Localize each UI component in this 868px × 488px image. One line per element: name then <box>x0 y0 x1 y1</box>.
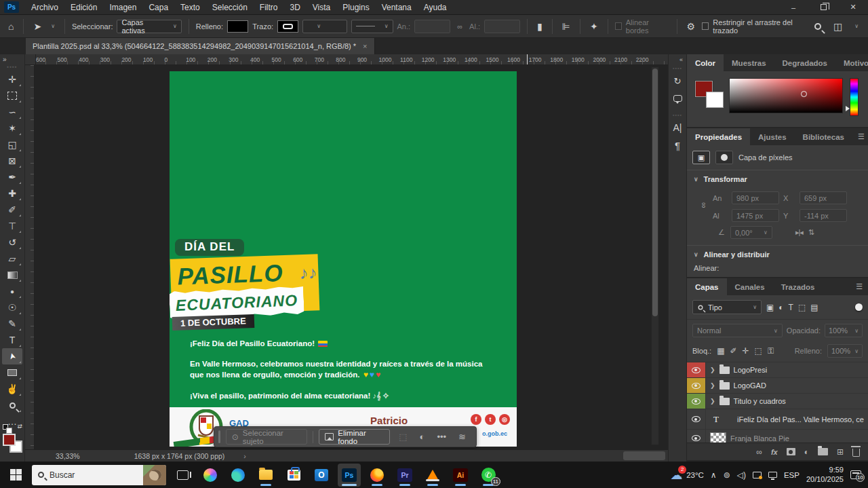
stroke-width-dropdown[interactable]: ∨ <box>302 20 347 33</box>
lock-transparency-icon[interactable]: ▦ <box>717 346 724 356</box>
character-panel-icon[interactable]: A| <box>670 120 685 135</box>
canvas-vertical-scrollbar[interactable] <box>651 67 659 445</box>
lasso-tool[interactable]: ∽ <box>2 104 22 120</box>
whatsapp-taskbar-icon[interactable]: ✆11 <box>477 464 500 487</box>
frame-tool[interactable]: ⊠ <box>2 153 22 169</box>
menu-imagen[interactable]: Imagen <box>103 3 142 12</box>
blend-mode-dropdown[interactable]: Normal ∨ <box>692 324 783 337</box>
photoshop-taskbar-icon[interactable]: Ps <box>338 464 361 487</box>
canvas-area[interactable]: DÍA DEL PASILLO ♪♪ ECUATORIANO 1 DE OCTU… <box>25 65 668 449</box>
layers-tab-capas[interactable]: Capas <box>687 278 727 295</box>
menu-archivo[interactable]: Archivo <box>25 3 64 12</box>
document-info[interactable]: 1638 px x 1764 px (300 ppp) <box>134 452 225 460</box>
move-tool[interactable]: ✛ <box>2 71 22 88</box>
fill-dropdown[interactable]: 100% ∨ <box>827 344 863 358</box>
horizontal-scrollbar-thumb[interactable] <box>623 451 665 460</box>
visibility-toggle[interactable] <box>687 430 706 443</box>
path-operations-icon[interactable]: ▮ <box>534 21 545 32</box>
color-picker-cursor[interactable] <box>801 91 807 97</box>
expand-panels-icon[interactable]: « <box>679 56 686 63</box>
add-mask-icon[interactable] <box>787 448 795 455</box>
blur-tool[interactable]: ● <box>2 283 22 299</box>
firefox-taskbar-icon[interactable] <box>366 464 389 487</box>
layers-tab-trazados[interactable]: Trazados <box>773 278 823 295</box>
document-canvas[interactable]: DÍA DEL PASILLO ♪♪ ECUATORIANO 1 DE OCTU… <box>170 71 517 447</box>
filter-shape-icon[interactable]: ⬚ <box>798 303 806 312</box>
update-icon[interactable]: ⊚ <box>724 470 730 480</box>
filter-toggle[interactable] <box>855 303 863 311</box>
dodge-tool[interactable]: ☉ <box>2 299 22 316</box>
opacity-dropdown[interactable]: 100% ∨ <box>825 324 863 337</box>
lock-paint-icon[interactable]: ✐ <box>730 346 736 356</box>
layer-style-icon[interactable]: fx <box>771 448 778 456</box>
props-panel-menu-icon[interactable]: ☰ <box>852 128 868 145</box>
premiere-taskbar-icon[interactable]: Pr <box>393 464 416 487</box>
delete-layer-icon[interactable] <box>852 449 860 457</box>
paragraph-panel-icon[interactable]: ¶ <box>670 138 685 153</box>
mask-properties-icon[interactable] <box>715 151 733 164</box>
filter-type-icon[interactable]: T <box>789 303 793 312</box>
minimize-button[interactable]: – <box>778 0 808 14</box>
illustrator-taskbar-icon[interactable]: Ai <box>449 464 472 487</box>
color-tab-color[interactable]: Color <box>687 54 724 71</box>
menu-3d[interactable]: 3D <box>283 3 306 12</box>
healing-brush-tool[interactable]: ✚ <box>2 185 22 202</box>
visibility-toggle[interactable] <box>687 394 706 409</box>
lock-artboard-icon[interactable]: ⬚ <box>755 346 762 356</box>
document-tab[interactable]: Plantilla 2025.psd al 33,3% (504664122_5… <box>26 38 375 54</box>
default-colors-icon[interactable] <box>3 424 8 430</box>
zoom-level[interactable]: 33,33% <box>56 452 80 460</box>
status-arrow-icon[interactable]: › <box>243 452 246 460</box>
filter-pixel-icon[interactable]: ▣ <box>766 303 774 312</box>
path-selection-tool[interactable]: ➤ <box>2 348 22 364</box>
explorer-taskbar-icon[interactable] <box>254 464 277 487</box>
remove-background-button[interactable]: Eliminar fondo <box>319 429 390 445</box>
constrain-path-checkbox[interactable] <box>702 22 709 30</box>
toolbar-expand-icon[interactable]: » <box>0 56 7 63</box>
search-icon[interactable] <box>814 23 821 30</box>
stroke-type-dropdown[interactable]: ∨ <box>351 20 393 33</box>
tool-preset-caret[interactable]: ∨ <box>48 23 58 29</box>
path-arrangement-icon[interactable]: ✦ <box>587 21 601 32</box>
props-tab-propiedades[interactable]: Propiedades <box>687 128 750 145</box>
start-button[interactable] <box>4 464 27 486</box>
history-panel-icon[interactable]: ↻ <box>670 73 685 88</box>
task-view-taskbar-icon[interactable] <box>171 464 194 487</box>
menu-ayuda[interactable]: Ayuda <box>418 3 453 12</box>
notification-center-icon[interactable]: 10 <box>850 470 861 479</box>
hand-tool[interactable]: ✌ <box>2 381 22 397</box>
more-options-icon[interactable]: ••• <box>433 432 450 442</box>
brush-tool[interactable]: ✐ <box>2 202 22 218</box>
menu-ventana[interactable]: Ventana <box>376 3 418 12</box>
layer-row-logopresi[interactable]: ❯ LogoPresi <box>687 362 868 378</box>
taskbar-grip-handle[interactable] <box>218 430 220 443</box>
visibility-toggle[interactable] <box>687 378 706 393</box>
workspace-icon[interactable]: ◫ <box>831 21 845 32</box>
close-button[interactable]: ✕ <box>838 0 868 14</box>
vlc-taskbar-icon[interactable] <box>421 464 444 487</box>
flip-horizontal-icon[interactable]: ▸|◂ <box>795 228 803 237</box>
stroke-swatch[interactable] <box>277 20 298 33</box>
menu-texto[interactable]: Texto <box>174 3 206 12</box>
props-tab-bibliotecas[interactable]: Bibliotecas <box>795 128 852 145</box>
align-section-header[interactable]: ∨ Alinear y distribuir <box>694 250 861 259</box>
new-layer-icon[interactable]: ⊞ <box>837 447 844 457</box>
workspace-caret[interactable]: ∨ <box>854 23 859 29</box>
foreground-color-swatch[interactable] <box>3 434 16 446</box>
gradient-tool[interactable] <box>2 267 22 283</box>
layer-row-logogad[interactable]: ❯ LogoGAD <box>687 378 868 394</box>
transform-y-field[interactable]: -114 px <box>800 209 847 222</box>
menu-capa[interactable]: Capa <box>142 3 174 12</box>
volume-icon[interactable]: ◁) <box>737 470 746 480</box>
transform-icon[interactable]: ⬚ <box>395 432 410 442</box>
layer-filter-dropdown[interactable]: Tipo ∨ <box>692 300 762 314</box>
restore-button[interactable] <box>808 0 838 14</box>
history-brush-tool[interactable]: ↺ <box>2 234 22 250</box>
new-group-icon[interactable] <box>818 448 828 455</box>
weather-widget[interactable]: ☁2 23°C <box>670 468 704 483</box>
adjustment-icon[interactable]: ◐ <box>416 432 429 442</box>
panel-background-swatch[interactable] <box>706 92 724 108</box>
outlook-taskbar-icon[interactable]: O <box>310 464 333 487</box>
gear-icon[interactable]: ⚙ <box>684 21 698 32</box>
filter-adjustment-icon[interactable]: ◐ <box>778 303 783 312</box>
